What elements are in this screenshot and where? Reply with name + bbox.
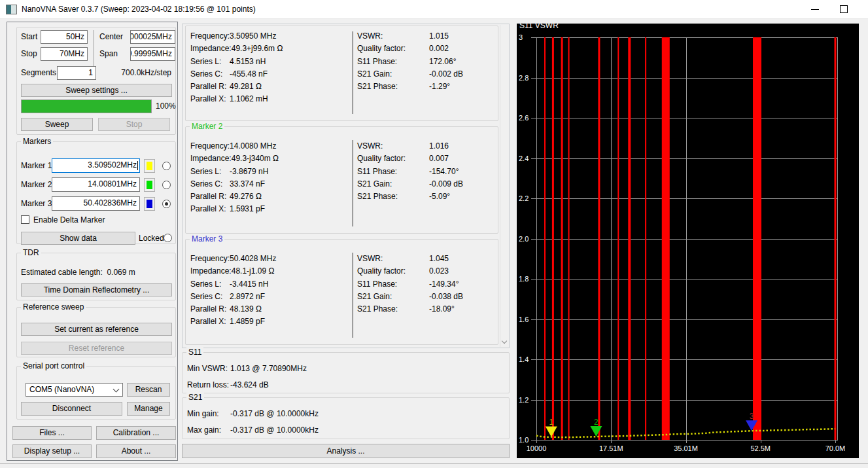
svg-text:35.01M: 35.01M — [674, 444, 698, 452]
set-reference-button[interactable]: Set current as reference — [21, 323, 172, 336]
enable-delta-marker-checkbox[interactable] — [21, 215, 29, 224]
serial-port-select[interactable]: COM5 (NanoVNA) — [26, 383, 123, 397]
display-setup-button[interactable]: Display setup ... — [12, 444, 92, 458]
marker-3-number-label: 3 — [750, 412, 754, 421]
sweep-progress-fill — [22, 100, 151, 113]
marker3-color-button[interactable] — [144, 197, 155, 211]
disconnect-button[interactable]: Disconnect — [21, 402, 122, 416]
sweep-button[interactable]: Sweep — [21, 118, 93, 131]
start-input[interactable]: 50Hz — [41, 30, 88, 44]
cable-length-value: 0.069 m — [107, 268, 135, 277]
manage-button[interactable]: Manage — [127, 402, 170, 416]
app-icon — [6, 5, 17, 14]
about-button[interactable]: About ... — [96, 444, 176, 458]
chart-axis-labels: 32.82.62.42.22.01.81.61.41.21.01000017.5… — [519, 33, 845, 452]
marker1-color-chip — [147, 162, 152, 170]
vswr-spike-bars — [544, 37, 837, 440]
calibration-button[interactable]: Calibration ... — [96, 426, 176, 440]
marker2-quality-value: 0.007 — [429, 154, 449, 163]
marker-1-triangle-icon[interactable] — [546, 426, 557, 437]
marker3-select-radio[interactable] — [162, 200, 171, 208]
marker1-parallel-r-value: 49.281 Ω — [230, 82, 262, 91]
marker-data-scrollbar[interactable] — [500, 25, 508, 347]
marker2-label: Marker 2 — [21, 180, 52, 189]
s11-vswr-chart[interactable]: 12332.82.62.42.22.01.81.61.41.21.0100001… — [517, 24, 859, 458]
marker3-s21-phase-value: -18.09° — [429, 304, 455, 314]
span-input[interactable]: 69.99995MHz — [130, 47, 175, 61]
marker3-color-chip — [147, 200, 152, 208]
svg-text:17.51M: 17.51M — [599, 444, 623, 452]
marker1-left-column: Frequency:3.50950 MHz Impedance:49.3+j99… — [190, 30, 283, 106]
marker1-data-panel: Frequency:3.50950 MHz Impedance:49.3+j99… — [185, 26, 498, 121]
marker2-color-button[interactable] — [144, 178, 155, 192]
rescan-button[interactable]: Rescan — [127, 383, 170, 397]
s21-group-title: S21 — [186, 393, 204, 402]
svg-text:2.4: 2.4 — [519, 154, 529, 162]
stop-sweep-button: Stop — [98, 118, 170, 131]
progress-percent-label: 100% — [156, 101, 176, 111]
serial-port-value: COM5 (NanoVNA) — [29, 385, 94, 394]
center-input[interactable]: 35.000025MHz — [130, 30, 175, 44]
tdr-button[interactable]: Time Domain Reflectometry ... — [21, 283, 172, 297]
sweep-control-group: Start 50Hz Center 35.000025MHz Stop 70MH… — [16, 27, 176, 135]
svg-text:2.2: 2.2 — [519, 194, 529, 202]
marker2-frequency-value: 14.0080 MHz — [230, 141, 276, 151]
chart-markers[interactable]: 123 — [546, 412, 757, 437]
marker2-select-radio[interactable] — [162, 181, 171, 189]
marker3-vswr-value: 1.045 — [429, 254, 449, 263]
marker-2-number-label: 2 — [594, 418, 599, 427]
sweep-settings-button[interactable]: Sweep settings ... — [21, 84, 172, 97]
span-label: Span — [99, 49, 118, 58]
marker1-series-l-value: 4.5153 nH — [230, 57, 266, 66]
svg-text:3: 3 — [519, 33, 523, 41]
show-data-button[interactable]: Show data — [21, 232, 135, 245]
marker1-impedance-value: 49.3+j99.6m Ω — [232, 44, 283, 53]
marker2-vswr-value: 1.016 — [429, 141, 449, 151]
marker2-parallel-x-value: 1.5931 pF — [230, 204, 265, 213]
marker3-data-panel: Marker 3 Frequency:50.4028 MHz Impedance… — [185, 239, 498, 345]
marker2-left-column: Frequency:14.0080 MHz Impedance:49.3-j34… — [190, 140, 279, 216]
window-bottom-border — [0, 463, 868, 464]
scroll-down-button[interactable] — [500, 337, 509, 347]
sweep-divider — [94, 30, 94, 67]
marker2-frequency-input[interactable]: 14.00801MHz — [52, 177, 140, 192]
center-label: Center — [99, 32, 123, 41]
marker-2-triangle-icon[interactable] — [590, 426, 602, 437]
marker1-right-column: VSWR:1.015 Quality factor:0.002 S11 Phas… — [357, 30, 463, 93]
s11-group-title: S11 — [186, 348, 203, 357]
minimize-button[interactable] — [801, 0, 829, 19]
marker1-parallel-x-value: 1.1062 mH — [230, 94, 268, 103]
segments-input[interactable]: 1 — [57, 66, 96, 80]
step-size-label: 700.0kHz/step — [95, 68, 171, 77]
chevron-down-icon — [113, 386, 120, 393]
marker1-label: Marker 1 — [21, 161, 52, 170]
maximize-button[interactable] — [829, 0, 858, 19]
marker1-select-radio[interactable] — [162, 162, 171, 170]
marker2-panel-title: Marker 2 — [190, 122, 224, 131]
reference-sweep-group: Reference sweep Set current as reference… — [16, 307, 176, 357]
serial-port-title: Serial port control — [21, 361, 86, 370]
s11-vswr-chart-canvas[interactable]: 12332.82.62.42.22.01.81.61.41.21.0100001… — [517, 24, 859, 458]
marker3-series-c-value: 2.8972 nF — [230, 292, 265, 301]
svg-text:2.0: 2.0 — [519, 235, 529, 243]
marker1-s21-gain-value: -0.002 dB — [429, 69, 463, 79]
minimize-icon — [811, 9, 819, 10]
marker3-column-divider — [353, 253, 353, 338]
marker2-column-divider — [353, 140, 353, 226]
marker3-series-l-value: -3.4415 nH — [230, 279, 268, 289]
locked-radio[interactable] — [164, 234, 172, 242]
marker3-frequency-input[interactable]: 50.402836MHz — [52, 196, 140, 211]
return-loss-value: -43.624 dB — [230, 380, 269, 389]
marker2-series-l-value: -3.8679 nH — [230, 167, 268, 176]
min-vswr-value: 1.013 @ 7.70890MHz — [230, 364, 307, 373]
analysis-button[interactable]: Analysis ... — [182, 444, 510, 458]
marker3-right-column: VSWR:1.045 Quality factor:0.023 S11 Phas… — [357, 253, 463, 315]
segments-label: Segments — [21, 68, 56, 77]
stop-input[interactable]: 70MHz — [41, 47, 88, 61]
files-button[interactable]: Files ... — [12, 426, 92, 440]
marker3-s21-gain-value: -0.038 dB — [429, 292, 463, 301]
svg-text:1.2: 1.2 — [519, 396, 529, 404]
marker1-frequency-input[interactable]: 3.509502MHz — [52, 158, 140, 173]
marker1-color-button[interactable] — [144, 159, 155, 173]
locked-label: Locked — [139, 234, 164, 243]
